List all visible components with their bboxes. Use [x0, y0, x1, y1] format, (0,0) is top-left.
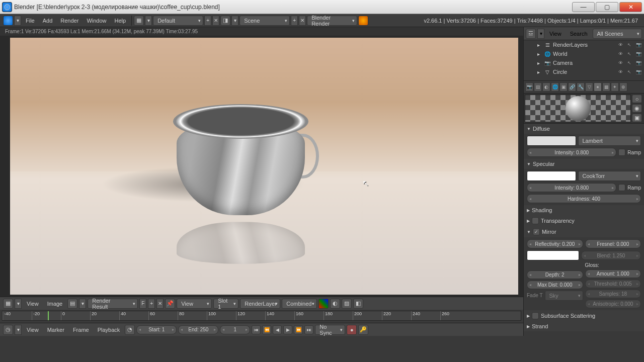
- mirror-enable-check[interactable]: [533, 228, 540, 235]
- scene-browse-icon[interactable]: ◨: [220, 16, 230, 26]
- select-icon[interactable]: ↖: [626, 50, 633, 57]
- timeline-menu-playback[interactable]: Playback: [94, 327, 124, 333]
- screen-browse-icon[interactable]: ▦: [134, 16, 144, 26]
- layout-dropdown[interactable]: Default: [153, 16, 203, 26]
- prev-keyframe-button[interactable]: ⏪: [262, 325, 271, 334]
- visibility-icon[interactable]: 👁: [617, 59, 624, 66]
- render-icon[interactable]: 📷: [635, 41, 642, 48]
- end-frame-field[interactable]: End: 250: [178, 325, 218, 334]
- preview-type-cube[interactable]: ▣: [632, 114, 642, 122]
- outliner-editor-expand[interactable]: ▾: [537, 29, 544, 39]
- tab-modifiers[interactable]: 🔧: [577, 82, 585, 92]
- diffuse-color-swatch[interactable]: [527, 136, 576, 146]
- scene-browse-expand[interactable]: ▾: [231, 16, 238, 26]
- render-icon[interactable]: 📷: [635, 68, 642, 75]
- diffuse-ramp-check[interactable]: [618, 149, 625, 156]
- tab-object[interactable]: ▣: [559, 82, 568, 92]
- editor-type-icon[interactable]: ▦: [3, 299, 13, 309]
- next-keyframe-button[interactable]: ⏩: [294, 325, 303, 334]
- panel-diffuse-header[interactable]: Diffuse: [524, 124, 644, 134]
- channel-rgba-icon[interactable]: ◐: [330, 299, 340, 309]
- reflectivity-slider[interactable]: Reflectivity: 0.200: [527, 239, 583, 248]
- image-unlink[interactable]: ✕: [156, 299, 164, 309]
- tab-material[interactable]: ●: [594, 82, 602, 92]
- panel-mirror-header[interactable]: Mirror: [524, 226, 644, 237]
- image-datablock[interactable]: Render Result: [88, 299, 138, 309]
- render-icon[interactable]: 📷: [635, 59, 642, 66]
- editor-type-expand[interactable]: ▾: [15, 299, 22, 309]
- tab-physics[interactable]: ⊕: [619, 82, 627, 92]
- mirror-depth-slider[interactable]: Depth: 2: [527, 270, 583, 279]
- current-frame-field[interactable]: 1: [220, 325, 250, 334]
- preview-type-flat[interactable]: ○: [632, 95, 642, 103]
- tab-particles[interactable]: ✦: [611, 82, 619, 92]
- pin-icon[interactable]: 📌: [165, 299, 175, 309]
- menu-render[interactable]: Render: [57, 18, 82, 24]
- tab-render[interactable]: 📷: [525, 82, 533, 92]
- tab-data[interactable]: ▽: [585, 82, 593, 92]
- visibility-icon[interactable]: 👁: [617, 68, 624, 75]
- slot-dropdown[interactable]: Slot 1: [213, 299, 238, 309]
- tab-constraints[interactable]: 🔗: [568, 82, 576, 92]
- specular-ramp-check[interactable]: [618, 184, 625, 191]
- engine-dropdown[interactable]: Blender Render: [307, 16, 357, 26]
- tab-world[interactable]: 🌐: [551, 82, 559, 92]
- panel-shading-header[interactable]: Shading: [524, 205, 644, 215]
- fresnel-slider[interactable]: Fresnel: 0.000: [585, 239, 641, 248]
- visibility-icon[interactable]: 👁: [617, 41, 624, 48]
- outliner-row[interactable]: ▸🌐World👁↖📷: [524, 49, 644, 58]
- outliner-editor-icon[interactable]: ☲: [526, 29, 536, 39]
- mirror-color-swatch[interactable]: [527, 250, 579, 260]
- outliner-menu-view[interactable]: View: [546, 31, 565, 37]
- fresnel-blend-slider[interactable]: Blend: 1.250: [581, 251, 641, 260]
- panel-sss-header[interactable]: Subsurface Scattering: [524, 310, 644, 321]
- timeline-menu-marker[interactable]: Marker: [44, 327, 68, 333]
- outliner-row[interactable]: ▸▽Circle👁↖📷: [524, 67, 644, 76]
- specular-intensity-slider[interactable]: Intensity: 0.800: [527, 183, 616, 192]
- panel-transparency-header[interactable]: Transparency: [524, 215, 644, 226]
- editor-type-expand[interactable]: ▾: [14, 16, 21, 26]
- pass-dropdown[interactable]: Combined: [282, 299, 317, 309]
- channel-z-icon[interactable]: ◧: [353, 299, 363, 309]
- timeline-menu-frame[interactable]: Frame: [69, 327, 93, 333]
- outliner-row[interactable]: ▸☰RenderLayers👁↖📷: [524, 40, 644, 49]
- tab-texture[interactable]: ▦: [602, 82, 610, 92]
- timeline-ruler[interactable]: -40-200204060801001201401601802002202402…: [0, 310, 523, 323]
- jump-end-button[interactable]: ⏭: [304, 325, 313, 334]
- tab-render-layers[interactable]: ▤: [534, 82, 542, 92]
- image-view-mode[interactable]: View: [177, 299, 212, 309]
- image-menu-image[interactable]: Image: [44, 301, 66, 307]
- close-button[interactable]: ✕: [619, 2, 642, 12]
- render-icon[interactable]: 📷: [635, 50, 642, 57]
- outliner-menu-search[interactable]: Search: [567, 31, 591, 37]
- mirror-maxdist-slider[interactable]: Max Dist: 0.000: [527, 281, 583, 289]
- layout-delete[interactable]: ✕: [212, 16, 219, 26]
- gloss-samples-slider[interactable]: Samples: 18: [585, 290, 641, 298]
- diffuse-intensity-slider[interactable]: Intensity: 0.800: [527, 148, 616, 157]
- timeline-menu-view[interactable]: View: [23, 327, 42, 333]
- timeline-editor-expand[interactable]: ▾: [15, 325, 22, 335]
- transparency-enable-check[interactable]: [532, 217, 539, 224]
- screen-browse-expand[interactable]: ▾: [145, 16, 152, 26]
- hardness-slider[interactable]: Hardness: 400: [527, 194, 641, 203]
- diffuse-shader-dropdown[interactable]: Lambert: [578, 136, 641, 146]
- tab-scene[interactable]: ◐: [542, 82, 550, 92]
- menu-window[interactable]: Window: [83, 18, 110, 24]
- play-reverse-button[interactable]: ◀: [273, 325, 282, 334]
- gloss-threshold-slider[interactable]: Threshold: 0.005: [585, 280, 641, 288]
- image-menu-view[interactable]: View: [23, 301, 42, 307]
- outliner-expand-icon[interactable]: ▸: [535, 59, 542, 66]
- renderlayer-dropdown[interactable]: RenderLayer: [240, 299, 280, 309]
- sss-enable-check[interactable]: [532, 312, 539, 319]
- outliner-tree[interactable]: ▸☰RenderLayers👁↖📷▸🌐World👁↖📷▸📷Camera👁↖📷▸▽…: [524, 40, 644, 80]
- play-button[interactable]: ▶: [283, 325, 292, 334]
- image-browse-expand[interactable]: ▾: [79, 299, 86, 309]
- scene-add[interactable]: +: [291, 16, 298, 26]
- image-add[interactable]: +: [148, 299, 155, 309]
- fake-user-button[interactable]: F: [139, 299, 146, 309]
- outliner-row[interactable]: ▸📷Camera👁↖📷: [524, 58, 644, 67]
- jump-start-button[interactable]: ⏮: [252, 325, 261, 334]
- keying-set-icon[interactable]: 🔑: [358, 325, 368, 335]
- scene-dropdown[interactable]: Scene: [239, 16, 290, 26]
- minimize-button[interactable]: —: [572, 2, 595, 12]
